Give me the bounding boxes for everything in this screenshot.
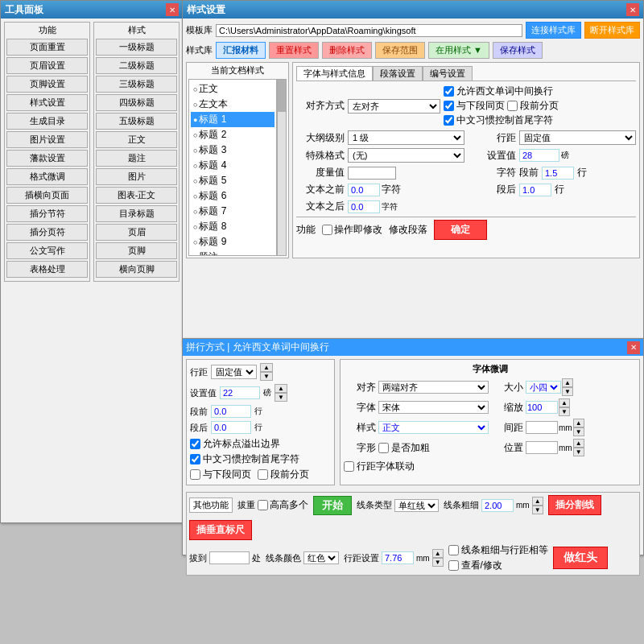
- same-width-cb[interactable]: [448, 545, 459, 555]
- allow-overflow-cb[interactable]: [190, 439, 200, 449]
- connect-lib-btn[interactable]: 连接样式库: [526, 22, 581, 39]
- page-break-before-cb[interactable]: [507, 101, 518, 111]
- btn-official-writing[interactable]: 公文写作: [6, 242, 88, 259]
- ft-spacing-input[interactable]: [526, 421, 558, 434]
- btn-footer-settings[interactable]: 页脚设置: [6, 76, 88, 93]
- style-item-6[interactable]: ○ 标题 5: [191, 173, 275, 188]
- text-after-input[interactable]: [348, 200, 380, 213]
- measure-input[interactable]: [348, 167, 396, 180]
- chinese-control-cb[interactable]: [444, 115, 454, 126]
- btn-h5[interactable]: 五级标题: [96, 113, 177, 130]
- btn-figure-body[interactable]: 图表-正文: [96, 187, 177, 204]
- tab-font-info[interactable]: 字体与样式信息: [296, 66, 373, 80]
- make-red-head-btn[interactable]: 做红头: [553, 547, 608, 569]
- op-now-cb[interactable]: [322, 225, 332, 235]
- same-page-next-cb[interactable]: [444, 101, 454, 111]
- tab-para-settings[interactable]: 段落设置: [373, 66, 423, 80]
- btn-h1[interactable]: 一级标题: [96, 39, 177, 56]
- btn-insert-pagebreak[interactable]: 插分页符: [6, 224, 88, 241]
- btn-gen-toc[interactable]: 生成目录: [6, 113, 88, 130]
- start-btn[interactable]: 开始: [313, 496, 352, 515]
- btn-header-settings[interactable]: 页眉设置: [6, 57, 88, 74]
- style-panel-close[interactable]: ✕: [626, 3, 639, 16]
- btn-table-process[interactable]: 表格处理: [6, 261, 88, 278]
- btn-style-settings[interactable]: 样式设置: [6, 94, 88, 111]
- page-break-cb[interactable]: [258, 469, 268, 480]
- ft-pos-up[interactable]: ▲: [573, 439, 584, 448]
- set-value-input2[interactable]: [220, 386, 260, 399]
- line-spacing-set-input[interactable]: [382, 551, 414, 564]
- insert-line-btn[interactable]: 插分割线: [548, 495, 601, 515]
- btn-image-settings[interactable]: 图片设置: [6, 131, 88, 148]
- ft-size-down[interactable]: ▼: [562, 387, 573, 396]
- ft-align-select[interactable]: 两端对齐: [378, 381, 489, 394]
- linked-cb[interactable]: [344, 461, 354, 472]
- line-width-up[interactable]: ▲: [532, 497, 543, 506]
- ls-set-up[interactable]: ▲: [432, 549, 444, 558]
- para-after-input[interactable]: [519, 184, 551, 196]
- tab-in-use[interactable]: 在用样式 ▼: [428, 42, 489, 59]
- text-before-input[interactable]: [348, 184, 380, 196]
- style-item-2[interactable]: ● 标题 1: [191, 112, 275, 127]
- style-item-1[interactable]: ○ 左文本: [191, 97, 275, 112]
- style-item-10[interactable]: ○ 标题 9: [191, 234, 275, 250]
- tool-panel-close[interactable]: ✕: [166, 3, 179, 16]
- btn-indent-settings[interactable]: 藩款设置: [6, 150, 88, 167]
- same-page-cb[interactable]: [190, 469, 200, 480]
- btn-insert-section[interactable]: 插分节符: [6, 205, 88, 222]
- style-item-8[interactable]: ○ 标题 7: [191, 204, 275, 219]
- style-list-scrollbar[interactable]: [277, 79, 287, 256]
- btn-h3[interactable]: 三级标题: [96, 76, 177, 93]
- template-lib-path[interactable]: [216, 24, 522, 37]
- para-before-input2[interactable]: [211, 405, 251, 418]
- line-color-select[interactable]: 红色: [303, 551, 339, 564]
- set-value-down[interactable]: ▼: [275, 393, 287, 402]
- bottom-panel-close[interactable]: ✕: [627, 341, 640, 354]
- set-value-input[interactable]: [519, 149, 559, 162]
- btn-image[interactable]: 图片: [96, 168, 177, 185]
- allow-word-wrap-cb[interactable]: [444, 86, 454, 97]
- style-item-0[interactable]: ○ 正文: [191, 81, 275, 97]
- align-select[interactable]: 左对齐: [348, 99, 440, 114]
- style-item-4[interactable]: ○ 标题 3: [191, 142, 275, 158]
- find-input[interactable]: [209, 551, 250, 564]
- btn-landscape-footer[interactable]: 横向页脚: [96, 261, 177, 278]
- disconnect-lib-btn[interactable]: 断开样式库: [584, 22, 640, 39]
- tab-delete-style[interactable]: 删除样式: [322, 42, 372, 59]
- ft-size-select[interactable]: 小四: [526, 381, 561, 394]
- style-item-5[interactable]: ○ 标题 4: [191, 158, 275, 173]
- btn-header[interactable]: 页眉: [96, 224, 177, 241]
- btn-footer[interactable]: 页脚: [96, 242, 177, 259]
- bold-cb[interactable]: [378, 443, 389, 453]
- tab-numbering[interactable]: 编号设置: [423, 66, 473, 80]
- tab-report-material[interactable]: 汇报材料: [216, 42, 266, 59]
- btn-h4[interactable]: 四级标题: [96, 94, 177, 111]
- line-width-down[interactable]: ▼: [532, 506, 543, 514]
- style-item-9[interactable]: ○ 标题 8: [191, 219, 275, 234]
- line-dist-select[interactable]: 固定值: [519, 130, 636, 145]
- btn-caption[interactable]: 题注: [96, 150, 177, 167]
- check-modify-cb[interactable]: [448, 560, 459, 571]
- ft-style-select[interactable]: 正文: [378, 421, 489, 434]
- btn-h2[interactable]: 二级标题: [96, 57, 177, 74]
- line-dist-up[interactable]: ▲: [260, 363, 273, 372]
- ft-pos-down[interactable]: ▼: [573, 448, 584, 456]
- tab-save-style[interactable]: 保存样式: [493, 42, 543, 59]
- line-type-select[interactable]: 单红线: [394, 499, 439, 512]
- para-before-input[interactable]: [542, 167, 574, 180]
- style-item-7[interactable]: ○ 标题 6: [191, 188, 275, 204]
- ft-size-up[interactable]: ▲: [562, 378, 573, 387]
- outline-select[interactable]: 1 级: [348, 130, 464, 145]
- para-after-input2[interactable]: [211, 421, 251, 434]
- btn-body[interactable]: 正文: [96, 131, 177, 148]
- btn-toc-title[interactable]: 目录标题: [96, 205, 177, 222]
- chinese-control-cb2[interactable]: [190, 454, 200, 464]
- ft-pos-input[interactable]: [526, 441, 558, 454]
- btn-page-reset[interactable]: 页面重置: [6, 39, 88, 56]
- line-dist-select2[interactable]: 固定值: [211, 365, 257, 379]
- style-item-3[interactable]: ○ 标题 2: [191, 127, 275, 142]
- style-item-11[interactable]: ○ 题注: [191, 250, 275, 256]
- height-cb[interactable]: [258, 500, 268, 510]
- btn-format-adjust[interactable]: 格式微调: [6, 168, 88, 185]
- special-select[interactable]: (无): [348, 148, 464, 163]
